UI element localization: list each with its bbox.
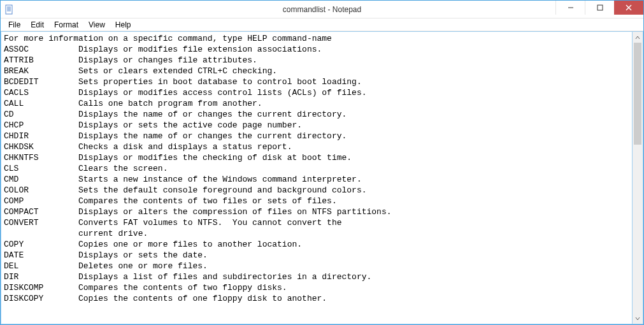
menubar: File Edit Format View Help <box>1 18 643 31</box>
text-viewport: For more information on a specific comma… <box>1 31 633 324</box>
maximize-icon <box>597 4 603 11</box>
menu-view[interactable]: View <box>83 20 110 30</box>
minimize-button[interactable] <box>555 1 585 15</box>
vertical-scrollbar[interactable] <box>633 31 643 324</box>
client-area: For more information on a specific comma… <box>1 31 643 324</box>
menu-format[interactable]: Format <box>49 20 83 30</box>
menu-edit[interactable]: Edit <box>25 20 49 30</box>
app-icon <box>4 4 15 15</box>
scroll-track[interactable] <box>633 43 643 313</box>
scroll-thumb[interactable] <box>634 43 641 145</box>
close-icon <box>626 4 632 11</box>
minimize-icon <box>568 4 574 11</box>
chevron-down-icon <box>635 316 640 321</box>
titlebar[interactable]: commandlist - Notepad <box>1 1 643 18</box>
window-controls <box>555 1 643 15</box>
close-button[interactable] <box>614 1 643 15</box>
maximize-button[interactable] <box>585 1 614 15</box>
scroll-up-button[interactable] <box>633 32 643 43</box>
menu-file[interactable]: File <box>3 20 25 30</box>
chevron-up-icon <box>635 35 640 40</box>
notepad-window: commandlist - Notepad File Edit Format V… <box>0 0 644 325</box>
window-title: commandlist - Notepad <box>283 5 361 14</box>
scroll-down-button[interactable] <box>633 313 643 324</box>
menu-help[interactable]: Help <box>110 20 136 30</box>
svg-rect-6 <box>597 5 603 10</box>
editor-content[interactable]: For more information on a specific comma… <box>1 32 632 305</box>
